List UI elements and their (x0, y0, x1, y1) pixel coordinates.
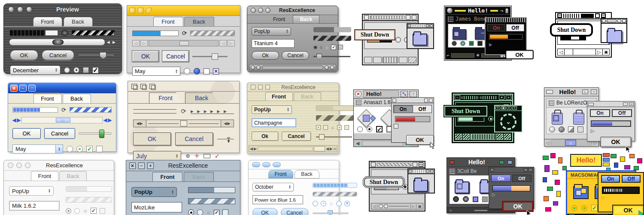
zoom-widget[interactable] (424, 98, 428, 102)
tab-front[interactable]: Front (149, 92, 182, 103)
slider[interactable] (313, 212, 349, 214)
bag-icon[interactable]: ☺ (552, 113, 563, 125)
radio-selected[interactable] (395, 37, 401, 43)
tab-front[interactable]: Front (31, 171, 58, 181)
popup-menu[interactable]: May▲▼ (132, 67, 180, 76)
collapse-widget[interactable] (429, 98, 433, 102)
mini-button[interactable] (364, 57, 372, 63)
shutdown-button[interactable]: Shut Down (363, 176, 405, 188)
zoom-button[interactable] (265, 85, 270, 89)
tab-back[interactable]: Back (64, 17, 93, 26)
x-circle-icon[interactable]: ✕ (344, 201, 350, 206)
play-triangle-icon[interactable]: ▷ (601, 195, 643, 200)
collapse-widget[interactable] (622, 19, 626, 22)
scroll-left-icon[interactable]: ◁ (371, 204, 377, 209)
off-button[interactable]: Off (506, 24, 524, 31)
scroll-thumb[interactable]: |||| (565, 140, 576, 146)
scroll-button[interactable] (463, 134, 470, 140)
scroll-track[interactable] (258, 147, 313, 151)
radio-selected[interactable] (559, 126, 565, 132)
minimize-button[interactable] (16, 163, 22, 168)
checkbox-empty[interactable] (394, 124, 398, 129)
checkbox-checked[interactable]: ✓ (86, 146, 93, 152)
folder-icon[interactable] (607, 30, 622, 43)
minimize-button[interactable] (17, 6, 23, 12)
scrollbar[interactable]: ◀ ▶ (9, 38, 116, 46)
checkbox-empty[interactable] (204, 154, 210, 158)
bag-icon[interactable] (573, 113, 584, 125)
off-button[interactable]: Off (622, 175, 641, 183)
radio-selected[interactable]: ✛ (194, 153, 199, 159)
close-button[interactable] (252, 162, 260, 167)
checkbox-empty[interactable] (344, 125, 349, 130)
text-field[interactable] (131, 202, 182, 212)
ok-button[interactable]: OK (505, 50, 534, 59)
radio-unselected[interactable] (74, 208, 80, 214)
scroll-arrows-icon[interactable]: ◀ ▶ (107, 40, 116, 44)
tab-back[interactable]: Back (185, 92, 219, 103)
tab-front[interactable]: Front (153, 17, 183, 26)
scroll-button[interactable] (496, 134, 503, 140)
checkbox-checked[interactable]: ✓ (331, 45, 336, 50)
popup-menu[interactable]: December▲▼ (10, 65, 61, 75)
checkbox-empty[interactable] (323, 125, 328, 130)
radio-selected[interactable] (367, 126, 372, 132)
slider-thumb[interactable] (100, 52, 106, 59)
radio-selected[interactable] (194, 68, 200, 74)
clock-icon[interactable]: ◔ (321, 201, 326, 206)
close-button[interactable] (8, 163, 13, 168)
close-button[interactable] (130, 8, 135, 13)
scroll-right-icon[interactable]: ▷ (410, 204, 416, 209)
scroll-left-icon[interactable]: ◀ (103, 117, 107, 123)
text-field[interactable] (252, 39, 295, 48)
popup-menu[interactable]: October▲▼ (252, 183, 294, 191)
scroll-arrows-icon[interactable]: ◀▶ (221, 120, 234, 127)
text-field[interactable] (9, 201, 60, 211)
zoom-icon[interactable] (507, 160, 512, 164)
scrollbar[interactable]: ◁ ▷ ▣ (371, 203, 423, 209)
list-icon[interactable]: ≡ (629, 102, 634, 106)
cancel-button[interactable]: Cancel (281, 208, 308, 215)
checkbox-empty[interactable] (96, 146, 103, 152)
zoom-button[interactable] (273, 162, 281, 167)
tab-back[interactable]: Back (184, 172, 214, 181)
radio-selected[interactable] (76, 146, 83, 152)
radio-unselected[interactable] (67, 146, 73, 152)
radio-selected[interactable] (73, 67, 79, 73)
zoom-widget[interactable] (140, 84, 146, 89)
scrollbar[interactable]: ◀▶ ||| ◀▶ (12, 117, 112, 123)
slider-thumb[interactable]: ╤▼ (226, 136, 231, 143)
radio-unselected[interactable]: ⊕ (185, 153, 190, 159)
close-icon[interactable] (450, 160, 454, 164)
play-triangle-icon[interactable]: ▷ (492, 192, 534, 197)
collapse-widget[interactable] (601, 13, 606, 18)
tab-front[interactable]: Front (33, 93, 62, 103)
checkbox-checked[interactable]: ✓ (376, 126, 383, 132)
slider[interactable] (313, 56, 350, 57)
on-button[interactable]: On (590, 109, 610, 117)
resize-icon[interactable] (408, 57, 416, 63)
scroll-left-icon[interactable]: ◁ (132, 40, 140, 46)
widget[interactable]: ✕ (512, 106, 517, 110)
checkbox-empty[interactable] (482, 197, 488, 202)
text-field[interactable] (252, 195, 303, 204)
scroll-left-icon[interactable]: ◁ (544, 141, 551, 145)
checkbox-empty[interactable] (83, 67, 89, 73)
collapse-widget[interactable] (412, 15, 416, 20)
zoom-widget[interactable] (406, 15, 410, 20)
zoom-button[interactable] (26, 6, 32, 12)
slider-thumb[interactable] (212, 53, 218, 60)
off-button[interactable]: Off (612, 109, 632, 117)
close-button[interactable] (8, 6, 14, 12)
close-icon[interactable]: ✕ (129, 163, 136, 169)
radio-selected[interactable] (463, 196, 469, 202)
popup-menu[interactable]: PopUp▲▼ (9, 186, 54, 196)
on-button[interactable]: On (394, 105, 413, 113)
close-widget[interactable] (603, 153, 610, 157)
checkbox-blue[interactable] (473, 197, 478, 202)
folder-icon[interactable] (413, 180, 428, 192)
tab-back[interactable]: Back (63, 94, 91, 103)
popup-menu[interactable]: PopUp▲▼ (252, 105, 292, 114)
widget[interactable]: ✕ (507, 106, 511, 110)
popup-menu[interactable]: July▲▼ (133, 151, 181, 161)
